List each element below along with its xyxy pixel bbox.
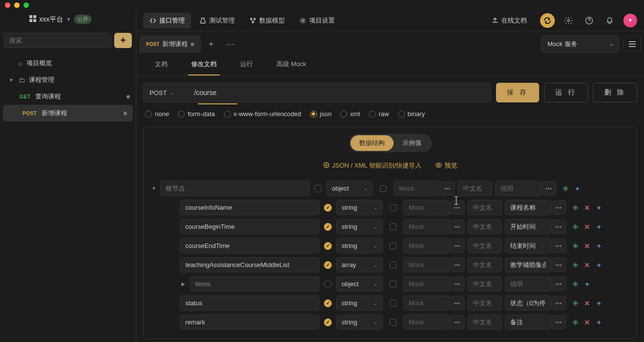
sub-tab-doc[interactable]: 文档: [143, 53, 179, 75]
type-select[interactable]: string⌄: [336, 200, 383, 215]
required-toggle[interactable]: [324, 223, 332, 231]
mock-input[interactable]: Mock: [403, 315, 450, 330]
mock-menu-button[interactable]: ⋯: [440, 181, 455, 195]
nullable-checkbox[interactable]: [390, 300, 396, 307]
chinese-name-input[interactable]: [468, 219, 502, 234]
row-more-button[interactable]: ⋯: [551, 220, 566, 234]
description-input[interactable]: [495, 181, 542, 196]
row-settings-button[interactable]: [561, 184, 570, 193]
row-settings-button[interactable]: [571, 222, 580, 231]
type-select[interactable]: string⌄: [336, 315, 383, 330]
run-button[interactable]: 运 行: [544, 83, 588, 102]
sidebar-api-post[interactable]: POST 新增课程: [3, 105, 133, 122]
row-settings-button[interactable]: [571, 261, 580, 269]
sidebar-api-get[interactable]: GET 查询课程: [0, 88, 136, 105]
field-name-input[interactable]: [190, 276, 320, 292]
mock-input[interactable]: Mock: [403, 238, 450, 253]
row-add-button[interactable]: +: [594, 318, 603, 327]
import-link[interactable]: JSON / XML 智能识别/快捷导入: [323, 161, 422, 170]
mock-input[interactable]: Mock: [403, 276, 450, 292]
required-toggle[interactable]: [324, 204, 332, 212]
maximize-window-dot[interactable]: [24, 2, 29, 8]
tab-menu-button[interactable]: ⋯: [222, 37, 239, 52]
sidebar-group[interactable]: ▼ 🗀 课程管理: [0, 72, 136, 88]
description-input[interactable]: [505, 295, 551, 311]
chinese-name-input[interactable]: [468, 257, 502, 272]
sync-button[interactable]: [540, 13, 555, 28]
mock-menu-button[interactable]: ⋯: [450, 277, 465, 291]
delete-button[interactable]: 删 除: [593, 83, 637, 102]
url-input[interactable]: [188, 83, 491, 102]
field-name-input[interactable]: [180, 219, 320, 234]
radio-json[interactable]: json: [310, 110, 332, 118]
mock-input[interactable]: Mock: [403, 200, 450, 215]
required-toggle[interactable]: [314, 185, 322, 193]
description-input[interactable]: [505, 315, 551, 330]
doc-tab[interactable]: POST 新增课程: [139, 35, 201, 53]
row-add-button[interactable]: +: [573, 184, 582, 193]
environment-select[interactable]: Mock 服务: [541, 35, 619, 53]
online-doc-link[interactable]: 在线文档: [485, 13, 533, 28]
required-toggle[interactable]: [324, 299, 332, 307]
row-add-button[interactable]: +: [583, 280, 592, 289]
description-input[interactable]: [505, 200, 551, 215]
type-select[interactable]: array⌄: [336, 257, 383, 272]
method-select[interactable]: POST ⌄: [143, 83, 188, 102]
help-button[interactable]: [582, 14, 596, 27]
row-more-button[interactable]: ⋯: [551, 239, 566, 253]
row-more-button[interactable]: ⋯: [551, 277, 566, 291]
field-name-input[interactable]: [180, 200, 320, 215]
sub-tab-run[interactable]: 运行: [228, 53, 265, 75]
radio-form-data[interactable]: form-data: [178, 110, 215, 118]
mock-input[interactable]: Mock: [403, 295, 450, 311]
type-select[interactable]: object⌄: [336, 276, 383, 292]
chinese-name-input[interactable]: [468, 276, 502, 292]
nav-api-management[interactable]: 接口管理: [143, 13, 191, 28]
mock-menu-button[interactable]: ⋯: [450, 258, 465, 272]
radio-x-www-form[interactable]: x-www-form-urlencoded: [224, 110, 301, 118]
list-view-button[interactable]: [623, 36, 641, 52]
row-delete-button[interactable]: ✕: [583, 242, 592, 250]
nullable-checkbox[interactable]: [390, 262, 396, 269]
nullable-checkbox[interactable]: [390, 223, 396, 230]
description-input[interactable]: [505, 238, 551, 253]
row-more-button[interactable]: ⋯: [542, 181, 556, 195]
row-settings-button[interactable]: [571, 299, 580, 308]
add-button[interactable]: +: [114, 33, 132, 48]
row-delete-button[interactable]: ✕: [583, 203, 592, 212]
description-input[interactable]: [505, 219, 551, 234]
row-settings-button[interactable]: [571, 280, 580, 289]
row-add-button[interactable]: +: [594, 299, 603, 308]
search-input[interactable]: [4, 33, 111, 48]
field-name-input[interactable]: [180, 315, 320, 330]
mock-input[interactable]: Mock: [403, 219, 450, 234]
chinese-name-input[interactable]: [468, 200, 502, 215]
field-name-input[interactable]: [180, 238, 320, 253]
mock-menu-button[interactable]: ⋯: [450, 220, 465, 234]
minimize-window-dot[interactable]: [14, 2, 20, 8]
preview-link[interactable]: 预览: [435, 161, 457, 170]
chinese-name-input[interactable]: [458, 181, 492, 196]
nullable-checkbox[interactable]: [390, 204, 396, 211]
sub-tab-edit[interactable]: 修改文档: [179, 53, 228, 75]
sub-tab-mock[interactable]: 高级 Mock: [265, 53, 318, 75]
radio-raw[interactable]: raw: [369, 110, 389, 118]
nullable-checkbox[interactable]: [390, 281, 396, 288]
radio-none[interactable]: none: [145, 110, 169, 118]
toggle-example[interactable]: 示例值: [394, 135, 430, 151]
row-delete-button[interactable]: ✕: [583, 318, 592, 327]
sidebar-item-overview[interactable]: ⌂ 项目概览: [0, 55, 136, 72]
mock-input[interactable]: Mock: [403, 257, 450, 272]
mock-menu-button[interactable]: ⋯: [450, 296, 465, 310]
row-add-button[interactable]: +: [594, 203, 603, 212]
toggle-structure[interactable]: 数据结构: [350, 135, 394, 151]
expand-toggle[interactable]: ▶: [180, 281, 187, 287]
row-settings-button[interactable]: [571, 203, 580, 212]
chinese-name-input[interactable]: [468, 238, 502, 253]
field-name-input[interactable]: [160, 181, 310, 196]
row-more-button[interactable]: ⋯: [551, 200, 566, 215]
close-window-dot[interactable]: [5, 2, 10, 8]
row-add-button[interactable]: +: [594, 222, 603, 231]
field-name-input[interactable]: [180, 257, 320, 272]
row-more-button[interactable]: ⋯: [551, 296, 566, 310]
